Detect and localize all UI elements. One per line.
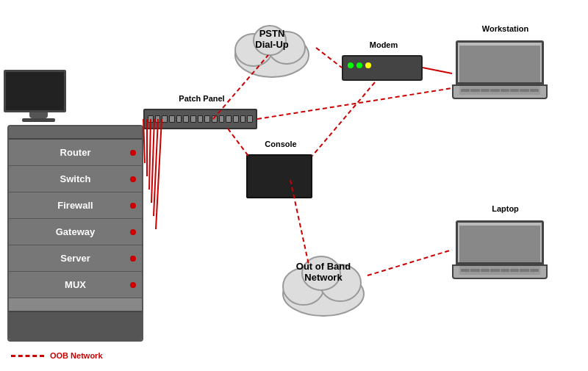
keyboard	[459, 86, 540, 95]
computer-bottom-right: Laptop	[452, 220, 559, 283]
computer-tr-label: Workstation	[452, 24, 559, 33]
rack-unit-firewall: Firewall	[9, 192, 142, 219]
oob-cloud: Out of Band Network	[276, 242, 371, 320]
modem-label: Modem	[343, 40, 424, 49]
monitor-screen	[4, 70, 66, 112]
svg-line-21	[257, 88, 452, 119]
screen-inner	[459, 46, 540, 82]
rack-indicator	[130, 256, 136, 262]
patch-port	[247, 115, 253, 123]
rack-indicator	[130, 203, 136, 209]
computer-top-right: Workstation	[452, 40, 559, 103]
svg-line-12	[154, 119, 158, 216]
patch-port	[233, 115, 239, 123]
patch-port	[190, 115, 196, 123]
led-green	[356, 62, 362, 68]
rack-unit-router: Router	[9, 140, 142, 166]
laptop-bottom	[452, 220, 548, 283]
svg-line-13	[156, 119, 162, 229]
rack-indicator	[130, 229, 136, 235]
rack-unit-server: Server	[9, 245, 142, 272]
laptop-base-top	[452, 84, 548, 99]
patch-port	[176, 115, 182, 123]
rack-indicator	[130, 150, 136, 156]
patch-panel: Patch Panel	[143, 109, 257, 129]
patch-port	[198, 115, 204, 123]
svg-line-10	[149, 119, 151, 190]
patch-panel-label: Patch Panel	[145, 94, 259, 103]
keyboard-bottom	[459, 266, 540, 275]
monitor-base	[22, 118, 55, 122]
patch-port	[155, 115, 161, 123]
patch-port	[183, 115, 189, 123]
pstn-cloud: PSTN Dial-Up	[228, 15, 316, 81]
patch-port	[212, 115, 218, 123]
modem: Modem	[342, 55, 423, 81]
laptop-base-bottom	[452, 264, 548, 279]
svg-line-19	[368, 250, 452, 275]
patch-port	[169, 115, 175, 123]
rack-indicator	[130, 282, 136, 288]
rack-unit-switch: Switch	[9, 166, 142, 192]
laptop-screen-bottom	[456, 220, 544, 264]
laptop-screen-top	[456, 40, 544, 84]
patch-port	[226, 115, 232, 123]
svg-line-17	[228, 129, 250, 158]
legend-label: OOB Network	[50, 351, 103, 360]
modem-lights	[343, 57, 421, 74]
screen-inner-bottom	[459, 226, 540, 262]
rack-indicator	[130, 176, 136, 182]
oob-cloud-text: Out of Band Network	[276, 261, 371, 283]
server-rack: Router Switch Firewall Gateway Server MU…	[7, 125, 143, 342]
rack-unit-gateway: Gateway	[9, 219, 142, 245]
patch-port	[148, 115, 154, 123]
rack-top	[9, 126, 142, 140]
rack-unit-mux: MUX	[9, 272, 142, 298]
svg-line-15	[316, 48, 342, 68]
console-server: Console	[246, 154, 312, 198]
computer-br-label: Laptop	[452, 204, 559, 213]
patch-port	[162, 115, 168, 123]
led-yellow	[365, 62, 371, 68]
patch-port	[219, 115, 225, 123]
pstn-cloud-text: PSTN Dial-Up	[228, 28, 316, 50]
monitor	[4, 70, 74, 120]
console-label: Console	[248, 140, 314, 148]
patch-port	[240, 115, 246, 123]
patch-port	[204, 115, 210, 123]
svg-line-16	[423, 68, 452, 73]
monitor-stand	[29, 112, 48, 118]
svg-line-11	[151, 119, 154, 203]
led-green	[348, 62, 354, 68]
svg-line-20	[312, 82, 375, 156]
laptop-top	[452, 40, 548, 103]
legend-line	[11, 355, 44, 357]
rack-bottom	[9, 311, 142, 340]
legend: OOB Network	[11, 351, 103, 360]
